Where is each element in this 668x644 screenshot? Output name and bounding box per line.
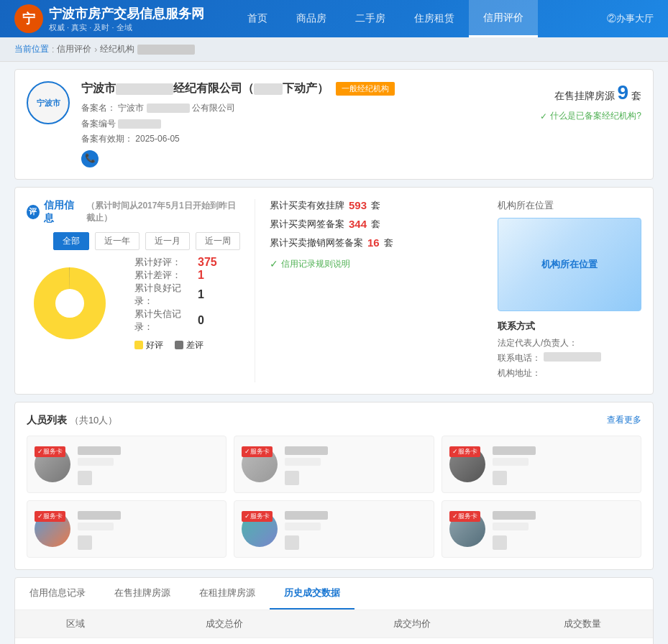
bottom-tabs: 信用信息记录 在售挂牌房源 在租挂牌房源 历史成交数据 [15,578,653,610]
stat-bad-record: 累计失信记录： 0 [134,308,217,334]
filter-year[interactable]: 近一年 [95,232,139,250]
company-right: 在售挂牌房源 9 套 ✓ 什么是已备案经纪机构? [540,81,641,122]
map-placeholder[interactable]: 机构所在位置 [498,218,641,311]
stat-good-record: 累计良好记录： 1 [134,282,217,308]
header-logo: 宁 宁波市房产交易信息服务网 权威 · 真实 · 及时 · 全域 [14,4,204,33]
breadcrumb-item1[interactable]: 信用评价 [57,43,91,55]
credit-left: 评 信用信息 （累计时间从2017年5月1日开始到昨日截止） 全部 近一年 近一… [27,199,240,382]
badge-4: ✓服务卡 [35,511,65,522]
nav-secondhand[interactable]: 二手房 [341,0,400,37]
bottom-tabs-section: 信用信息记录 在售挂牌房源 在租挂牌房源 历史成交数据 区域 成交总价 成交均价… [14,577,654,644]
credit-chart-area: 累计好评： 375 累计差评： 1 累计良好记录： 1 累计失信记录： 0 [27,256,240,351]
header: 宁 宁波市房产交易信息服务网 权威 · 真实 · 及时 · 全域 首页 商品房 … [0,0,668,37]
credit-info-link[interactable]: ✓ 信用记录规则说明 [270,258,483,270]
person-info-4 [78,508,219,550]
contact-section: 联系方式 法定代表人/负责人： 联系电话： 机构地址： [498,320,641,380]
office-hall-btn[interactable]: ②办事大厅 [607,12,654,25]
person-card-5: ✓服务卡 [234,500,434,558]
person-info-3 [493,443,633,485]
registered-link[interactable]: ✓ 什么是已备案经纪机构? [540,110,641,122]
col-area: 区域 [15,610,136,638]
filter-week[interactable]: 近一周 [196,232,240,250]
count-cell: 331套 [512,638,653,644]
company-logo: 宁波市 [27,81,70,124]
nav-commercial[interactable]: 商品房 [282,0,341,37]
col-count: 成交数量 [512,610,653,638]
credit-stats: 累计好评： 375 累计差评： 1 累计良好记录： 1 累计失信记录： 0 [134,256,217,351]
table-row: 50063.0万元 1.4万元/平方米 331套 [15,638,653,644]
contact-phone: 联系电话： [498,352,641,364]
badge-6: ✓服务卡 [449,511,480,522]
nav-home[interactable]: 首页 [233,0,282,37]
avg-price-cell: 1.4万元/平方米 [312,638,511,644]
person-card-1: ✓服务卡 [27,436,227,493]
tab-sale-listing[interactable]: 在售挂牌房源 [100,578,185,610]
contact-rep: 法定代表人/负责人： [498,337,641,349]
credit-date: （累计时间从2017年5月1日开始到昨日截止） [86,200,240,224]
site-title: 宁波市房产交易信息服务网 [49,5,204,22]
person-info-1 [78,443,219,485]
tab-rent-listing[interactable]: 在租挂牌房源 [185,578,270,610]
total-price-cell: 50063.0万元 [136,638,312,644]
trans-stat-3: 累计买卖撤销网签备案 16 套 [270,236,483,249]
main-content: 宁波市 宁波市经纪有限公司（下动产） 一般经纪机构 备案名： 宁波市 公有限公司… [0,62,668,644]
logo-icon: 宁 [14,4,43,33]
stat-good-record-value: 1 [198,288,204,301]
company-tag: 一般经纪机构 [336,82,395,96]
company-card: 宁波市 宁波市经纪有限公司（下动产） 一般经纪机构 备案名： 宁波市 公有限公司… [14,69,654,180]
pie-chart [27,260,113,346]
breadcrumb-item2: 经纪机构 [100,43,134,55]
breadcrumb: 当前位置 : 信用评价 › 经纪机构 [0,37,668,62]
personnel-header: 人员列表 （共10人） 查看更多 [27,414,641,427]
legend-bad: 差评 [175,339,203,351]
company-name-row: 宁波市经纪有限公司（下动产） 一般经纪机构 [81,81,529,96]
listing-count: 在售挂牌房源 9 套 [540,81,641,104]
trans-value-1: 593 [349,199,367,211]
person-card-6: ✓服务卡 [441,500,641,558]
stat-good-value: 375 [198,256,217,269]
stat-good: 累计好评： 375 [134,256,217,269]
main-nav: 首页 商品房 二手房 住房租赁 信用评价 [233,0,538,37]
trans-value-3: 16 [367,236,380,249]
site-subtitle: 权威 · 真实 · 及时 · 全域 [49,22,204,33]
map-title: 机构所在位置 [498,199,641,212]
badge-5: ✓服务卡 [242,511,273,522]
person-info-5 [285,508,426,550]
col-avg: 成交均价 [312,610,511,638]
breadcrumb-home: 当前位置 [14,43,49,55]
filter-all[interactable]: 全部 [53,232,89,250]
company-meta: 备案名： 宁波市 公有限公司 备案编号 备案有效期： 2025-06-05 [81,101,529,167]
company-name: 宁波市经纪有限公司（下动产） [81,81,329,96]
tab-credit-record[interactable]: 信用信息记录 [15,578,100,610]
person-card-3: ✓服务卡 [441,436,641,493]
personnel-grid: ✓服务卡 ✓服务卡 [27,436,641,558]
personnel-section: 人员列表 （共10人） 查看更多 ✓服务卡 [14,402,654,570]
legend: 好评 差评 [134,339,217,351]
tab-history-data[interactable]: 历史成交数据 [270,578,354,610]
phone-icon[interactable]: 📞 [81,150,99,167]
view-more-btn[interactable]: 查看更多 [607,414,641,426]
nav-credit[interactable]: 信用评价 [469,0,538,37]
contact-address: 机构地址： [498,367,641,380]
badge-1: ✓服务卡 [35,446,65,457]
badge-3: ✓服务卡 [449,446,480,457]
person-card-2: ✓服务卡 [234,436,434,493]
map-section: 机构所在位置 机构所在位置 联系方式 法定代表人/负责人： 联系电话： 机构地址… [498,199,641,382]
credit-title: 评 信用信息 （累计时间从2017年5月1日开始到昨日截止） [27,199,240,225]
stat-bad: 累计差评： 1 [134,269,217,282]
credit-icon: 评 [27,205,40,219]
trans-stat-1: 累计买卖有效挂牌 593 套 [270,199,483,212]
nav-rental[interactable]: 住房租赁 [400,0,469,37]
contact-title: 联系方式 [498,320,641,333]
stat-bad-value: 1 [198,269,204,282]
legend-good: 好评 [134,339,163,351]
badge-2: ✓服务卡 [242,446,273,457]
personnel-title: 人员列表 （共10人） [27,414,117,427]
filter-month[interactable]: 近一月 [145,232,190,250]
history-table: 区域 成交总价 成交均价 成交数量 50063.0万元 1.4万元/平方米 33… [15,610,653,644]
trans-stat-2: 累计买卖网签备案 344 套 [270,218,483,231]
svg-point-1 [55,289,84,318]
transaction-stats: 累计买卖有效挂牌 593 套 累计买卖网签备案 344 套 累计买卖撤销网签备案… [255,199,483,382]
stat-bad-record-value: 0 [198,314,204,327]
col-total: 成交总价 [136,610,312,638]
